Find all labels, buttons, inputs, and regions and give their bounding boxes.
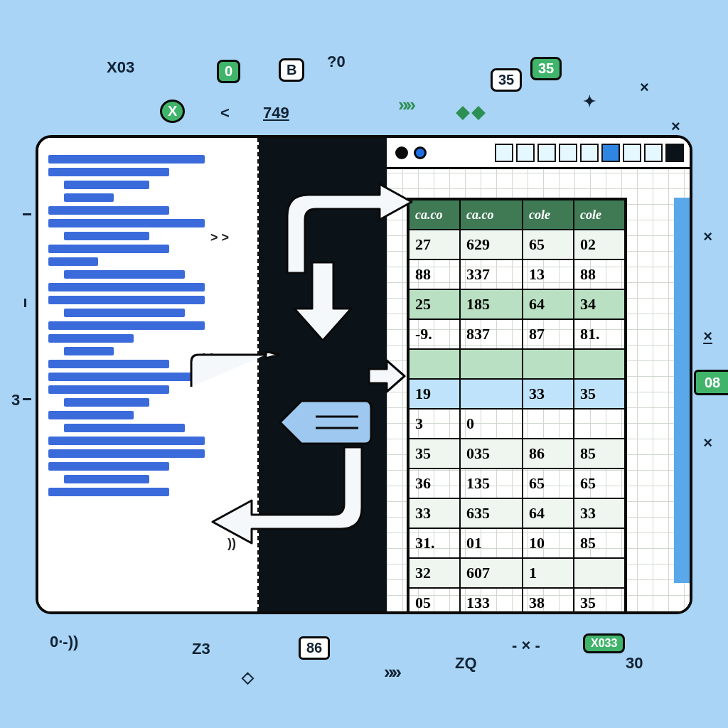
data-table: ca.co ca.co cole cole 276296502 88337138… [407, 198, 627, 614]
glyph-bot-zq: ZQ [455, 654, 477, 673]
code-line [64, 424, 185, 432]
code-line [64, 398, 149, 407]
code-line [48, 219, 205, 228]
side-x2: × [703, 327, 712, 346]
glyph-bot-x033: X033 [583, 633, 625, 653]
side-x1: × [703, 228, 712, 246]
code-line [64, 232, 149, 240]
table-row: 31.011085 [409, 528, 625, 558]
scale-tick [24, 299, 26, 307]
code-line [48, 385, 169, 394]
code-line [64, 270, 185, 279]
table-header-row: ca.co ca.co cole cole [409, 200, 625, 230]
code-line [48, 296, 205, 304]
glyph-top-x03: X03 [107, 58, 134, 77]
col-header: ca.co [409, 200, 460, 230]
glyph-top-0: 0 [217, 60, 240, 83]
code-line [48, 283, 205, 291]
table-row: 276296502 [409, 230, 625, 259]
code-line [48, 321, 205, 330]
chevron-right-icon: »» [398, 94, 413, 116]
table-row: 193335 [409, 379, 625, 409]
code-line [48, 411, 134, 419]
window-titlebar [387, 138, 690, 169]
col-header: cole [523, 200, 574, 230]
traffic-light-icon [395, 146, 408, 159]
table-row: -9.8378781. [409, 319, 625, 349]
glyph-x-round: X [160, 100, 185, 123]
main-illustration: > > ) ) )) ca.co ca.co cole [36, 135, 692, 614]
table-row: 051333835 [409, 588, 625, 614]
code-line [48, 462, 169, 471]
table-row: 350358685 [409, 439, 625, 469]
code-line [64, 181, 149, 189]
code-annot: )) [228, 536, 236, 551]
glyph-bot-30: 30 [626, 654, 643, 673]
code-line [48, 373, 205, 381]
glyph-top-35a: 35 [491, 68, 522, 92]
sheet-scroll-col [674, 198, 690, 583]
code-line [48, 360, 169, 368]
sparkle-icon: ✦ [583, 92, 596, 111]
code-line [64, 347, 114, 355]
toolbar-cells [495, 144, 684, 162]
table-row: 251856434 [409, 289, 625, 319]
chevron-icon: »» [384, 661, 399, 683]
divider-pane [259, 138, 387, 611]
code-pane: > > ) ) )) [38, 138, 259, 611]
code-line [48, 245, 169, 253]
glyph-top-b: B [279, 58, 304, 82]
table-row: 326071 [409, 558, 625, 588]
glyph-749: 749 [263, 104, 289, 122]
table-row: 336356433 [409, 498, 625, 528]
code-line [48, 168, 169, 176]
glyph-top-35b: 35 [530, 57, 562, 80]
table-row: 883371388 [409, 259, 625, 289]
col-header: cole [574, 200, 625, 230]
code-line [64, 309, 185, 317]
diamond-icon [455, 104, 486, 122]
table-row: 361356565 [409, 469, 625, 498]
code-line [48, 206, 169, 215]
code-line [48, 449, 205, 458]
glyph-top-q: ?0 [327, 53, 346, 71]
code-line [64, 193, 114, 202]
code-line [48, 488, 169, 496]
code-line [48, 437, 205, 445]
glyph-bot-a: 0·-)) [50, 633, 78, 651]
code-line [48, 257, 98, 266]
side-tab-08: 08 [694, 370, 728, 395]
glyph-bot-z3: Z3 [192, 640, 210, 658]
traffic-light-icon [414, 146, 427, 159]
spreadsheet-pane: ca.co ca.co cole cole 276296502 88337138… [387, 138, 690, 611]
side-left-3: 3 [11, 391, 20, 410]
code-line [48, 334, 134, 343]
scale-tick [23, 213, 31, 215]
glyph-lt: < [220, 104, 230, 122]
glyph-bot-x: - × - [512, 636, 540, 655]
glyph-x1: × [640, 78, 649, 97]
code-line [64, 475, 149, 483]
glyph-x2: × [671, 117, 680, 136]
table-row [409, 349, 625, 379]
diamond-icon: ◇ [242, 668, 254, 687]
glyph-bot-86: 86 [299, 636, 330, 660]
table-row: 30 [409, 409, 625, 439]
side-x3: × [703, 434, 712, 452]
code-annot: > > [210, 230, 229, 245]
code-annot: ) ) [203, 351, 215, 366]
sheet-grid: ca.co ca.co cole cole 276296502 88337138… [387, 169, 690, 611]
code-line [48, 155, 205, 164]
scale-tick [23, 398, 31, 400]
col-header: ca.co [460, 200, 523, 230]
